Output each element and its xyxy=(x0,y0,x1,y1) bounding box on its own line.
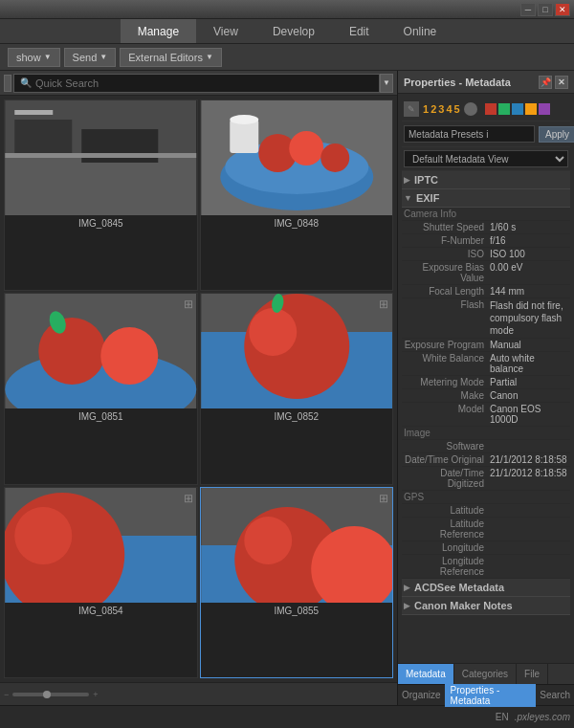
menu-bar: Manage View Develop Edit Online xyxy=(0,19,574,44)
properties-metadata-tab[interactable]: Properties - Metadata xyxy=(445,684,537,707)
zoom-minus-icon[interactable]: − xyxy=(4,690,9,699)
search-input-wrapper: 🔍 xyxy=(13,74,380,93)
rating-3[interactable]: 3 xyxy=(438,103,444,115)
datetime-orig-label: Date/Time Original xyxy=(404,454,490,465)
make-value: Canon xyxy=(490,390,568,401)
iptc-title: IPTC xyxy=(414,174,438,186)
svg-point-10 xyxy=(289,131,323,165)
iptc-section-header[interactable]: ▶ IPTC xyxy=(402,171,570,189)
meta-row-iso: ISO ISO 100 xyxy=(402,248,570,261)
image-cell-0845[interactable]: IMG_0845 xyxy=(4,99,198,291)
menu-tab-view[interactable]: View xyxy=(196,19,255,43)
expprog-value: Manual xyxy=(490,340,568,350)
status-bar: EN .pxleyes.com xyxy=(0,705,574,728)
panel-title: Properties - Metadata xyxy=(404,77,511,88)
canon-section-header[interactable]: ▶ Canon Maker Notes xyxy=(402,597,570,615)
color-sq-blue[interactable] xyxy=(512,103,523,115)
meta-row-software: Software xyxy=(402,440,570,453)
zoom-plus-icon[interactable]: + xyxy=(93,690,98,699)
minimize-button[interactable]: ─ xyxy=(520,3,536,16)
menu-tab-develop[interactable]: Develop xyxy=(255,19,332,43)
svg-point-13 xyxy=(230,115,258,124)
meta-row-focal: Focal Length 144 mm xyxy=(402,285,570,298)
main-content: 🔍 ▼ IMG_0845 xyxy=(0,71,574,705)
color-sq-red[interactable] xyxy=(485,103,497,115)
image-thumb-0845 xyxy=(5,100,197,215)
tab-file[interactable]: File xyxy=(517,664,548,684)
organize-label: Organize xyxy=(402,690,441,700)
make-label: Make xyxy=(404,390,490,401)
datetime-dig-value: 21/1/2012 8:18:58 xyxy=(490,468,568,489)
tab-metadata[interactable]: Metadata xyxy=(398,664,454,684)
menu-tab-manage[interactable]: Manage xyxy=(121,19,196,43)
software-label: Software xyxy=(404,441,490,452)
image-cell-0852[interactable]: ⊞ IMG_0852 xyxy=(200,293,394,484)
bottom-panel: − + xyxy=(0,682,397,705)
title-bar: ─ □ ✕ xyxy=(0,0,574,19)
image-panel: 🔍 ▼ IMG_0845 xyxy=(0,71,397,705)
menu-tab-online[interactable]: Online xyxy=(386,19,454,43)
language-label: EN xyxy=(496,712,509,722)
tab-categories[interactable]: Categories xyxy=(454,664,517,684)
meta-row-expprog: Exposure Program Manual xyxy=(402,339,570,352)
zoom-slider[interactable] xyxy=(12,693,89,696)
cell-icon-0852: ⊞ xyxy=(379,298,388,311)
external-editors-button[interactable]: External Editors ▼ xyxy=(120,48,222,67)
search-input[interactable] xyxy=(35,77,373,89)
rating-5[interactable]: 5 xyxy=(454,103,460,115)
lon-label: Longitude xyxy=(404,542,490,553)
image-label-0855: IMG_0855 xyxy=(274,603,319,619)
focal-value: 144 mm xyxy=(490,286,568,297)
image-thumb-0854 xyxy=(5,488,197,603)
image-subsection: Image xyxy=(402,427,570,440)
right-panel: Properties - Metadata 📌 ✕ ✎ 1 2 3 4 5 xyxy=(397,71,574,705)
rating-circle xyxy=(464,102,477,116)
image-cell-0848[interactable]: IMG_0848 xyxy=(200,99,394,291)
cell-icon-0854: ⊞ xyxy=(184,492,193,505)
svg-rect-12 xyxy=(230,120,258,153)
right-bottom-tabs: Metadata Categories File xyxy=(398,663,574,684)
menu-tab-edit[interactable]: Edit xyxy=(332,19,386,43)
editors-dropdown-arrow: ▼ xyxy=(206,53,213,61)
svg-rect-1 xyxy=(5,158,196,215)
svg-point-18 xyxy=(100,327,158,385)
color-sq-green[interactable] xyxy=(498,103,510,115)
close-button[interactable]: ✕ xyxy=(555,3,570,16)
metadata-panel: ✎ 1 2 3 4 5 xyxy=(398,94,574,663)
image-cell-0854[interactable]: ⊞ IMG_0854 xyxy=(4,487,198,678)
image-grid: IMG_0845 xyxy=(0,96,397,682)
color-sq-purple[interactable] xyxy=(539,103,550,115)
presets-input[interactable] xyxy=(404,125,535,143)
panel-pin-button[interactable]: 📌 xyxy=(539,76,552,89)
rating-1[interactable]: 1 xyxy=(423,103,429,115)
image-cell-0855[interactable]: ⊞ IMG_0855 xyxy=(200,487,394,678)
image-cell-0851[interactable]: ⊞ IMG_0851 xyxy=(4,293,198,484)
model-value: Canon EOS 1000D xyxy=(490,404,568,425)
rating-row: ✎ 1 2 3 4 5 xyxy=(402,98,570,121)
acdsee-section-header[interactable]: ▶ ACDSee Metadata xyxy=(402,579,570,597)
meta-row-wb: White Balance Auto white balance xyxy=(402,352,570,376)
exif-section-header[interactable]: ▼ EXIF xyxy=(402,189,570,208)
svg-rect-4 xyxy=(5,153,196,158)
rating-4[interactable]: 4 xyxy=(446,103,452,115)
maximize-button[interactable]: □ xyxy=(538,3,553,16)
apply-button[interactable]: Apply xyxy=(539,126,574,143)
svg-point-16 xyxy=(38,318,105,385)
latref-label: Latitude Reference xyxy=(404,518,490,540)
rating-2[interactable]: 2 xyxy=(430,103,436,115)
image-label-0845: IMG_0845 xyxy=(78,215,123,232)
meta-row-lonref: Longitude Reference xyxy=(402,555,570,579)
meta-row-shutter: Shutter Speed 1/60 s xyxy=(402,221,570,234)
send-button[interactable]: Send ▼ xyxy=(64,48,117,67)
search-dropdown-arrow[interactable]: ▼ xyxy=(380,74,393,93)
color-sq-yellow[interactable] xyxy=(525,103,537,115)
image-thumb-0852 xyxy=(201,294,393,408)
meta-row-flash: Flash Flash did not fire, compulsory fla… xyxy=(402,298,570,339)
show-button[interactable]: show ▼ xyxy=(8,48,60,67)
search-icon: 🔍 xyxy=(20,77,32,88)
svg-point-23 xyxy=(249,308,297,356)
lonref-value xyxy=(490,556,568,577)
view-dropdown[interactable]: Default Metadata View xyxy=(404,150,568,167)
meta-row-model: Model Canon EOS 1000D xyxy=(402,403,570,427)
panel-close-button[interactable]: ✕ xyxy=(555,76,568,89)
